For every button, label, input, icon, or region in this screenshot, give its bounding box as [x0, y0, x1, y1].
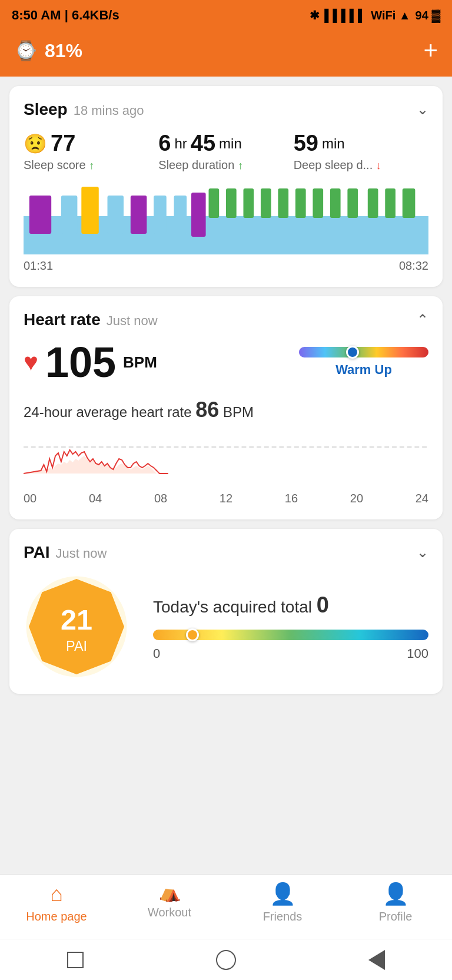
android-home-button[interactable]: [215, 949, 237, 971]
pai-bar-indicator: [186, 628, 199, 641]
pai-acquired-value: 0: [317, 592, 329, 617]
pai-time-ago: Just now: [56, 546, 107, 561]
hr-zone-section: Warm Up: [299, 347, 428, 378]
sleep-time-ago: 18 mins ago: [74, 103, 144, 118]
nav-workout[interactable]: ⛺ Workout: [113, 882, 226, 934]
svg-rect-2: [61, 196, 78, 234]
nav-profile-label: Profile: [379, 910, 413, 923]
svg-rect-15: [313, 188, 323, 218]
bluetooth-icon: ✱: [310, 8, 320, 22]
nav-friends-label: Friends: [263, 910, 303, 923]
add-button[interactable]: +: [423, 37, 438, 65]
hr-time-04: 04: [89, 492, 102, 505]
svg-rect-12: [261, 188, 271, 218]
android-home-icon: [216, 950, 236, 970]
pai-content: 21 PAI Today's acquired total 0 0 100: [24, 574, 428, 680]
signal-icon: ▌▌▌▌▌: [324, 9, 366, 22]
hr-chart-svg: [24, 429, 428, 488]
pai-shape: 21 PAI: [24, 574, 129, 680]
sleep-collapse-icon[interactable]: ⌄: [417, 101, 428, 118]
status-bar: 8:50 AM | 6.4KB/s ✱ ▌▌▌▌▌ WiFi ▲ 94 ▓: [0, 0, 452, 31]
battery-percent: 81%: [45, 40, 82, 62]
pai-progress-bar: [153, 630, 428, 640]
sleep-duration-minutes: 45: [191, 131, 215, 156]
svg-rect-8: [191, 193, 206, 237]
sleep-end-time: 08:32: [399, 259, 428, 273]
svg-rect-9: [209, 188, 220, 218]
hr-average: 24-hour average heart rate 86 BPM: [24, 398, 428, 422]
sleep-chart: [24, 184, 428, 254]
svg-rect-16: [330, 188, 341, 218]
pai-acquired-label: Today's acquired total: [153, 598, 312, 616]
android-recent-button[interactable]: [65, 949, 86, 971]
hr-time-00: 00: [24, 492, 36, 505]
sleep-title: Sleep: [24, 100, 68, 119]
zone-bar: [299, 347, 428, 357]
svg-text:PAI: PAI: [66, 638, 87, 654]
sleep-title-row: Sleep 18 mins ago: [24, 100, 144, 119]
sleep-card-header: Sleep 18 mins ago ⌄: [24, 100, 428, 119]
hr-time-ago: Just now: [107, 313, 158, 329]
nav-profile[interactable]: 👤 Profile: [339, 882, 452, 934]
pai-acquired: Today's acquired total 0: [153, 592, 428, 618]
hr-avg-label: 24-hour average heart rate: [24, 404, 192, 420]
svg-rect-1: [29, 196, 51, 234]
deep-sleep-label: Deep sleep d...: [294, 158, 373, 171]
hr-chart: [24, 429, 428, 488]
hr-main: ♥ 105 BPM Warm Up: [24, 341, 428, 383]
svg-rect-10: [226, 188, 237, 218]
android-back-icon: [368, 950, 385, 970]
status-time-speed: 8:50 AM | 6.4KB/s: [12, 8, 119, 23]
sleep-duration-metric: 6 hr 45 min Sleep duration ↑: [158, 131, 293, 172]
svg-rect-5: [131, 196, 147, 234]
heart-rate-card: Heart rate Just now ⌃ ♥ 105 BPM Warm Up …: [9, 296, 443, 519]
pai-right: Today's acquired total 0 0 100: [153, 592, 428, 661]
sleep-time-labels: 01:31 08:32: [24, 259, 428, 273]
hr-time-08: 08: [154, 492, 167, 505]
sleep-score-arrow: ↑: [89, 160, 94, 171]
hr-time-labels: 00 04 08 12 16 20 24: [24, 492, 428, 505]
friends-icon: 👤: [270, 882, 296, 906]
nav-friends[interactable]: 👤 Friends: [226, 882, 339, 934]
deep-sleep-arrow: ↓: [376, 160, 381, 171]
heart-rate-card-header: Heart rate Just now ⌃: [24, 310, 428, 329]
sleep-score-metric: 😟 77 Sleep score ↑: [24, 131, 158, 172]
pai-title: PAI: [24, 543, 50, 562]
hr-time-20: 20: [350, 492, 363, 505]
status-icons: ✱ ▌▌▌▌▌ WiFi ▲ 94 ▓: [310, 8, 440, 22]
svg-rect-19: [385, 188, 396, 218]
android-back-button[interactable]: [366, 949, 387, 971]
pai-bar-min: 0: [153, 646, 160, 661]
svg-rect-14: [295, 188, 306, 218]
nav-home-label: Home page: [26, 910, 87, 923]
workout-icon: ⛺: [159, 882, 181, 902]
svg-rect-18: [368, 188, 378, 218]
sleep-duration-hours: 6: [158, 131, 171, 156]
sleep-metrics: 😟 77 Sleep score ↑ 6 hr 45 min Sleep dur…: [24, 131, 428, 172]
svg-rect-4: [108, 196, 124, 234]
svg-rect-7: [174, 196, 187, 234]
sleep-start-time: 01:31: [24, 259, 53, 273]
nav-home[interactable]: ⌂ Home page: [0, 882, 113, 934]
hr-time-24: 24: [416, 492, 428, 505]
hr-title-row: Heart rate Just now: [24, 310, 158, 329]
svg-rect-11: [243, 188, 254, 218]
hr-title: Heart rate: [24, 310, 101, 329]
cards-container: Sleep 18 mins ago ⌄ 😟 77 Sleep score ↑ 6: [0, 77, 452, 874]
app-header: ⌚ 81% +: [0, 31, 452, 77]
pai-collapse-icon[interactable]: ⌄: [417, 544, 428, 561]
pai-octagon-svg: 21 PAI: [24, 574, 129, 680]
pai-bar-max: 100: [407, 646, 428, 661]
watch-icon: ⌚: [14, 39, 38, 62]
battery-icon: 94 ▓: [416, 9, 440, 22]
hr-avg-unit: BPM: [223, 404, 254, 420]
pai-card-header: PAI Just now ⌄: [24, 543, 428, 562]
svg-text:21: 21: [61, 604, 92, 635]
deep-sleep-metric: 59 min Deep sleep d... ↓: [294, 131, 428, 172]
sleep-card: Sleep 18 mins ago ⌄ 😟 77 Sleep score ↑ 6: [9, 86, 443, 287]
pai-bar-container: 0 100: [153, 630, 428, 661]
hr-expand-icon[interactable]: ⌃: [417, 312, 428, 328]
hr-time-16: 16: [285, 492, 298, 505]
bottom-nav: ⌂ Home page ⛺ Workout 👤 Friends 👤 Profil…: [0, 874, 452, 939]
nav-workout-label: Workout: [148, 906, 191, 919]
